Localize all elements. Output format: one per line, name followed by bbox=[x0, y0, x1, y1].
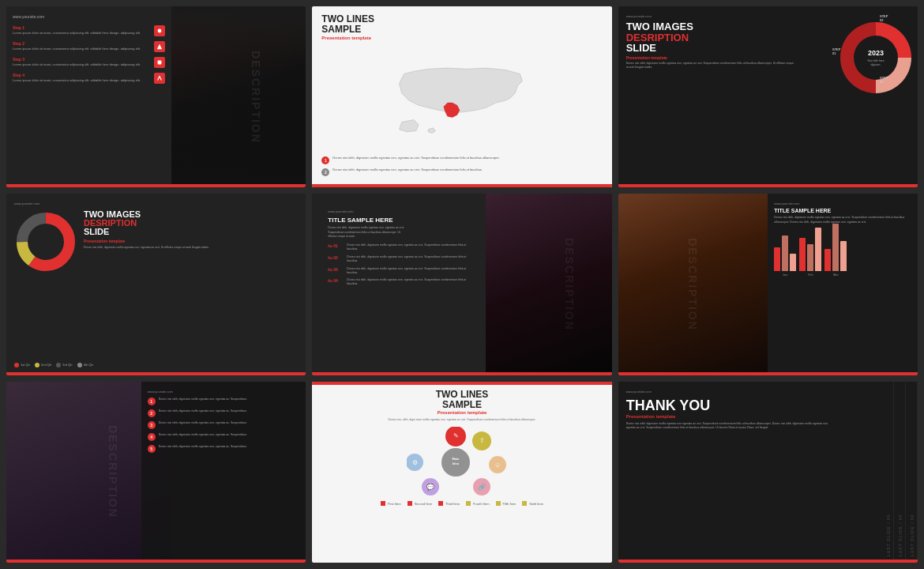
slide-5-item-3: № 03 Donec nisi nibh, dignissim mollis e… bbox=[328, 267, 476, 275]
slide-4: www.yoursite.com TWO IMAGES DESRIPTION S… bbox=[6, 194, 306, 375]
slide-7-redbar bbox=[6, 560, 306, 563]
slide-6-photo: DESCRIPTION bbox=[618, 194, 768, 375]
legend-label-4: 4th Qtr bbox=[84, 363, 93, 367]
slide-5-text-4: Donec nisi nibh, dignissim mollis egesta… bbox=[347, 278, 476, 286]
step-3-content: Step 3 Lorem ipsum dolor sit amet, conse… bbox=[13, 57, 151, 66]
svg-text:☺: ☺ bbox=[494, 462, 501, 469]
slide-7-item-2: 2 Donec nisi nibh, dignissim mollis eges… bbox=[148, 409, 300, 417]
slide-1-redbar bbox=[6, 184, 306, 187]
slide-9-thankyou: THANK YOU bbox=[626, 398, 910, 413]
step-1-text: Lorem ipsum dolor sit amet, consectetur … bbox=[13, 31, 151, 35]
step-1-content: Step 1 Lorem ipsum dolor sit amet, conse… bbox=[13, 25, 151, 35]
bar-jan-2 bbox=[782, 236, 788, 271]
slide-7-url: www.yoursite.com bbox=[148, 390, 300, 394]
usa-map-svg bbox=[383, 55, 541, 141]
legend-third: Third Item bbox=[438, 501, 460, 506]
slide-4-donut bbox=[14, 210, 77, 357]
svg-text:💬: 💬 bbox=[426, 483, 434, 491]
legend-sq-2 bbox=[408, 501, 412, 506]
slide-5-body: Donec nisi nibh, dignissim mollis egesta… bbox=[328, 226, 410, 239]
slide-2-subtitle: Presentation template bbox=[321, 36, 602, 40]
slide-1-left: www.yoursite.com Step 1 Lorem ipsum dolo… bbox=[6, 6, 171, 187]
slide-2-item-2: 2 Donec nisi nibh, dignissim mollis eges… bbox=[321, 168, 602, 176]
last-slide-1: LAST SLIDE / 90 bbox=[884, 382, 894, 563]
legend-3rd: 3rd Qtr bbox=[56, 363, 72, 367]
bar-mar-bars bbox=[824, 224, 847, 271]
slide-2-title: TWO LINESSAMPLE bbox=[321, 14, 602, 35]
step-2-title: Step 2 bbox=[13, 41, 151, 46]
step-4-text: Lorem ipsum dolor sit amet, consectetur … bbox=[13, 78, 151, 82]
slide-5-item-2: № 02 Donec nisi nibh, dignissim mollis e… bbox=[328, 255, 476, 263]
legend-4th: 4th Qtr bbox=[77, 363, 93, 367]
legend-sq-3 bbox=[438, 501, 443, 506]
slide-2-text-2: Donec nisi nibh, dignissim mollis egesta… bbox=[332, 168, 483, 172]
slide-7-items: 1 Donec nisi nibh, dignissim mollis eges… bbox=[148, 398, 300, 453]
slide-9: www.yoursite.com THANK YOU Presentation … bbox=[618, 382, 918, 563]
legend-sixth-label: Sixth Item bbox=[529, 502, 543, 506]
slide-3-body: Donec nisi nibh, dignissim mollis egesta… bbox=[626, 62, 797, 70]
step-1-icon bbox=[154, 25, 165, 36]
slide-2: TWO LINESSAMPLE Presentation template 1 … bbox=[312, 6, 611, 187]
legend-label-3: 3rd Qtr bbox=[62, 363, 72, 367]
slide-4-subtitle: Presentation template bbox=[84, 239, 209, 243]
legend-fifth: Fifth Item bbox=[496, 501, 516, 506]
slide-5-redbar bbox=[312, 372, 611, 375]
slide-8-legend: First Item Second Item Third Item Fourth… bbox=[381, 501, 543, 506]
slide-4-donut-svg bbox=[14, 210, 77, 273]
slide-7-item-1: 1 Donec nisi nibh, dignissim mollis eges… bbox=[148, 398, 300, 405]
legend-label-2: 2nd Qtr bbox=[41, 363, 51, 367]
bar-label-jan: Jan bbox=[783, 273, 787, 277]
slide-7: DESCRIPTION www.yoursite.com 1 Donec nis… bbox=[6, 382, 306, 563]
slide-2-title-block: TWO LINESSAMPLE Presentation template bbox=[321, 14, 602, 40]
slide-2-badge-2: 2 bbox=[321, 168, 329, 176]
slide-7-text-1: Donec nisi nibh, dignissim mollis egesta… bbox=[159, 398, 247, 401]
slide-5-items: № 01 Donec nisi nibh, dignissim mollis e… bbox=[328, 243, 476, 286]
step-3: Step 3 Lorem ipsum dolor sit amet, conse… bbox=[13, 57, 165, 68]
bar-feb-bars bbox=[799, 228, 821, 271]
slide-2-badge-1: 1 bbox=[321, 156, 329, 164]
step-4-content: Step 4 Lorem ipsum dolor sit amet, conse… bbox=[13, 73, 151, 82]
step-label-01: STEP01 bbox=[832, 47, 840, 55]
slide-2-text-1: Donec nisi nibh, dignissim mollis egesta… bbox=[332, 156, 499, 160]
slide-6: DESCRIPTION www.yoursite.com TITLE SAMPL… bbox=[618, 194, 918, 375]
bar-jan-1 bbox=[774, 247, 780, 271]
slide-8-bubbles: Main Idea ✎ ⇧ ☺ 🔗 💬 ⚙ bbox=[407, 427, 517, 498]
step-3-text: Lorem ipsum dolor sit amet, consectetur … bbox=[13, 62, 151, 66]
slide-5-num-2: № 02 bbox=[328, 255, 344, 260]
slide-5-item-4: № 04 Donec nisi nibh, dignissim mollis e… bbox=[328, 278, 476, 286]
slide-1-url: www.yoursite.com bbox=[13, 14, 165, 19]
step-3-title: Step 3 bbox=[13, 57, 151, 62]
legend-second: Second Item bbox=[408, 501, 432, 506]
slide-5-item-1: № 01 Donec nisi nibh, dignissim mollis e… bbox=[328, 243, 476, 251]
step-2: Step 2 Lorem ipsum dolor sit amet, conse… bbox=[13, 41, 165, 52]
step-label-02: STEP02 bbox=[880, 14, 888, 22]
slide-5-text-1: Donec nisi nibh, dignissim mollis egesta… bbox=[347, 243, 476, 251]
slide-8: TWO LINESSAMPLE Presentation template Do… bbox=[312, 382, 611, 563]
slide-1: www.yoursite.com Step 1 Lorem ipsum dolo… bbox=[6, 6, 306, 187]
slide-1-watermark: DESCRIPTION bbox=[249, 51, 261, 144]
svg-text:⚙: ⚙ bbox=[411, 459, 417, 466]
bar-mar-1 bbox=[824, 249, 831, 271]
step-3-icon bbox=[154, 57, 165, 68]
legend-fourth: Fourth Item bbox=[466, 501, 489, 506]
slide-5-num-1: № 01 bbox=[328, 243, 344, 248]
slide-7-item-4: 4 Donec nisi nibh, dignissim mollis eges… bbox=[148, 433, 300, 441]
slide-4-url: www.yoursite.com bbox=[14, 202, 298, 205]
slide-7-badge-4: 4 bbox=[148, 433, 156, 441]
slide-4-legend: 1st Qtr 2nd Qtr 3rd Qtr 4th Qtr bbox=[14, 363, 298, 367]
legend-dot-3 bbox=[56, 363, 61, 367]
step-2-content: Step 2 Lorem ipsum dolor sit amet, conse… bbox=[13, 41, 151, 51]
bar-jan-3 bbox=[790, 254, 796, 271]
legend-sq-5 bbox=[496, 501, 501, 506]
legend-sixth: Sixth Item bbox=[522, 501, 543, 506]
step-label-03: STEP03 bbox=[880, 76, 888, 84]
svg-rect-2 bbox=[157, 61, 161, 65]
slide-4-body: Donec nisi nibh, dignissim mollis egesta… bbox=[84, 246, 209, 250]
bubble-chart-svg: Main Idea ✎ ⇧ ☺ 🔗 💬 ⚙ bbox=[407, 427, 517, 498]
slide-4-content: TWO IMAGES DESRIPTION SLIDE Presentation… bbox=[14, 210, 298, 357]
svg-point-0 bbox=[157, 29, 161, 33]
svg-text:Your title here: Your title here bbox=[867, 59, 885, 62]
slide-7-badge-3: 3 bbox=[148, 421, 156, 429]
slide-5-text-3: Donec nisi nibh, dignissim mollis egesta… bbox=[347, 267, 476, 275]
slide-5-num-3: № 03 bbox=[328, 267, 344, 272]
